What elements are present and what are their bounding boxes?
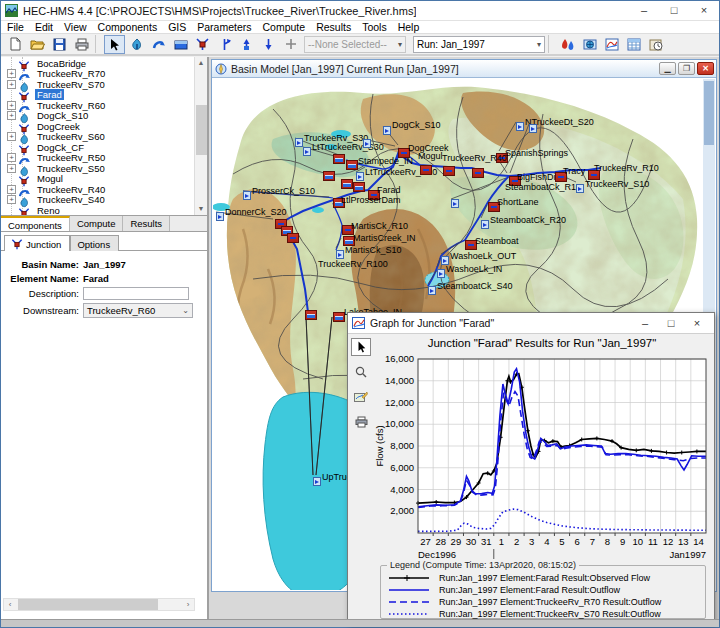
reach-tool[interactable]: [148, 35, 169, 54]
scrollbar-thumb[interactable]: [704, 81, 714, 145]
editor-tab-junction[interactable]: Junction: [4, 235, 70, 251]
graph-maximize-button[interactable]: □: [658, 317, 684, 329]
graph-minimize-button[interactable]: –: [632, 317, 658, 329]
scroll-left-arrow[interactable]: ‹: [4, 600, 16, 609]
tree-item-mogul[interactable]: Mogul: [7, 174, 207, 185]
expander-icon[interactable]: +: [7, 111, 16, 120]
graph-window-titlebar[interactable]: Graph for Junction "Farad" – □ ×: [348, 313, 714, 334]
expander-icon[interactable]: +: [7, 153, 16, 162]
scroll-right-arrow[interactable]: ›: [182, 600, 194, 609]
edit-graph-icon[interactable]: [351, 388, 371, 406]
table-icon[interactable]: [623, 35, 644, 54]
tree-item-truckeerv_r40[interactable]: +TruckeeRv_R40: [7, 184, 207, 195]
element-DogCk_S10-source[interactable]: [383, 126, 391, 135]
element-node[interactable]: [305, 310, 317, 320]
element-node[interactable]: [353, 182, 365, 192]
compute-icon[interactable]: [557, 35, 578, 54]
menu-item-view[interactable]: View: [64, 21, 87, 33]
element-NTruckeeDt_S20-source[interactable]: [516, 122, 524, 131]
add-tool[interactable]: [280, 35, 301, 54]
junction-tool[interactable]: [192, 35, 213, 54]
element-TruckeeRv_R40[interactable]: [472, 168, 484, 178]
basin-restore-button[interactable]: ❐: [678, 62, 695, 75]
menu-item-components[interactable]: Components: [98, 21, 158, 33]
menu-item-help[interactable]: Help: [398, 21, 420, 33]
tree-item-truckeerv_s50[interactable]: +TruckeeRv_S50: [7, 163, 207, 174]
tree-item-bocabridge[interactable]: BocaBridge: [7, 58, 207, 69]
source-tool[interactable]: [236, 35, 257, 54]
downstream-dropdown[interactable]: TruckeeRv_R60 ⌄: [83, 303, 193, 318]
print-button[interactable]: [71, 35, 92, 54]
print-graph-icon[interactable]: [351, 413, 371, 431]
element-node[interactable]: [333, 154, 345, 164]
scrollbar-thumb[interactable]: [18, 599, 158, 610]
tree-item-dogcreek[interactable]: DogCreek: [7, 121, 207, 132]
panel-horizontal-scrollbar[interactable]: ‹ ›: [3, 598, 195, 611]
element-MartisCk_S10-source[interactable]: [336, 250, 344, 259]
element-node-source[interactable]: [451, 199, 459, 208]
maximize-button[interactable]: □: [659, 1, 689, 20]
basin-window-titlebar[interactable]: Basin Model [Jan_1997] Current Run [Jan_…: [212, 60, 716, 78]
tree-item-dogck_cf[interactable]: DogCk_CF: [7, 142, 207, 153]
element-ProsserCk_S10-source[interactable]: [243, 191, 251, 200]
tree-item-truckeerv_s60[interactable]: +TruckeeRv_S60: [7, 132, 207, 143]
element-DonnerCk_S20-source[interactable]: [216, 212, 224, 221]
element-WashoeLk_IN-source[interactable]: [437, 269, 445, 278]
open-file-button[interactable]: [27, 35, 48, 54]
element-node[interactable]: [341, 179, 353, 189]
reservoir-tool[interactable]: [170, 35, 191, 54]
element-node[interactable]: [443, 166, 455, 176]
description-field[interactable]: [83, 287, 189, 300]
menu-item-tools[interactable]: Tools: [362, 21, 387, 33]
expander-icon[interactable]: +: [7, 101, 16, 110]
editor-tab-options[interactable]: Options: [70, 235, 119, 251]
menu-item-results[interactable]: Results: [316, 21, 351, 33]
element-Stampede_IN[interactable]: [346, 160, 358, 170]
tree-item-truckeerv_r50[interactable]: +TruckeeRv_R50: [7, 153, 207, 164]
menu-item-file[interactable]: File: [7, 21, 24, 33]
zoom-tool-icon[interactable]: [351, 363, 371, 381]
tab-results[interactable]: Results: [123, 216, 170, 231]
pointer-tool-icon[interactable]: [351, 338, 371, 356]
tree-item-truckeerv_r70[interactable]: +TruckeeRv_R70: [7, 69, 207, 80]
minimize-button[interactable]: –: [629, 1, 659, 20]
save-button[interactable]: [49, 35, 70, 54]
element-LtTruckeeRv_S30-source[interactable]: [303, 147, 311, 156]
expander-icon[interactable]: +: [7, 164, 16, 173]
element-node-source[interactable]: [529, 124, 537, 133]
expander-icon[interactable]: +: [7, 132, 16, 141]
basin-minimize-button[interactable]: ▁: [659, 62, 676, 75]
tree-item-reno[interactable]: Reno: [7, 205, 207, 215]
expander-icon[interactable]: +: [7, 185, 16, 194]
tree-item-truckeerv_r60[interactable]: +TruckeeRv_R60: [7, 100, 207, 111]
element-Mogul[interactable]: [420, 165, 432, 175]
tree-item-dogck_s10[interactable]: +DogCk_S10: [7, 111, 207, 122]
diversion-tool[interactable]: [214, 35, 235, 54]
graph-close-button[interactable]: ×: [684, 317, 710, 329]
element-SteamboatCk_S40-source[interactable]: [428, 286, 436, 295]
optimization-icon[interactable]: [579, 35, 600, 54]
expander-icon[interactable]: +: [7, 195, 16, 204]
graph-icon[interactable]: [601, 35, 622, 54]
tree-item-truckeerv_s40[interactable]: +TruckeeRv_S40: [7, 195, 207, 206]
expander-icon[interactable]: +: [7, 80, 16, 89]
run-selector-dropdown[interactable]: Run: Jan_1997▾: [413, 36, 545, 53]
element-TruckeeRv_S10-source[interactable]: [576, 184, 584, 193]
expander-icon[interactable]: +: [7, 69, 16, 78]
element-TruckeeRv_S30-source[interactable]: [295, 138, 303, 147]
element-LtTruckeeRv_R20-source[interactable]: [356, 172, 364, 181]
element-node[interactable]: [287, 233, 299, 243]
tab-compute[interactable]: Compute: [70, 216, 124, 231]
tab-components[interactable]: Components: [1, 216, 70, 231]
menu-item-edit[interactable]: Edit: [35, 21, 53, 33]
menu-item-parameters[interactable]: Parameters: [197, 21, 251, 33]
element-UpTruck-source[interactable]: [313, 477, 321, 486]
basin-close-button[interactable]: ✕: [697, 62, 714, 75]
menu-item-compute[interactable]: Compute: [263, 21, 306, 33]
menu-item-gis[interactable]: GIS: [168, 21, 186, 33]
tree-item-farad[interactable]: Farad: [7, 90, 207, 101]
close-button[interactable]: ×: [689, 1, 719, 20]
tree-item-truckeerv_s70[interactable]: +TruckeeRv_S70: [7, 79, 207, 90]
sink-tool[interactable]: [258, 35, 279, 54]
time-window-icon[interactable]: [645, 35, 666, 54]
